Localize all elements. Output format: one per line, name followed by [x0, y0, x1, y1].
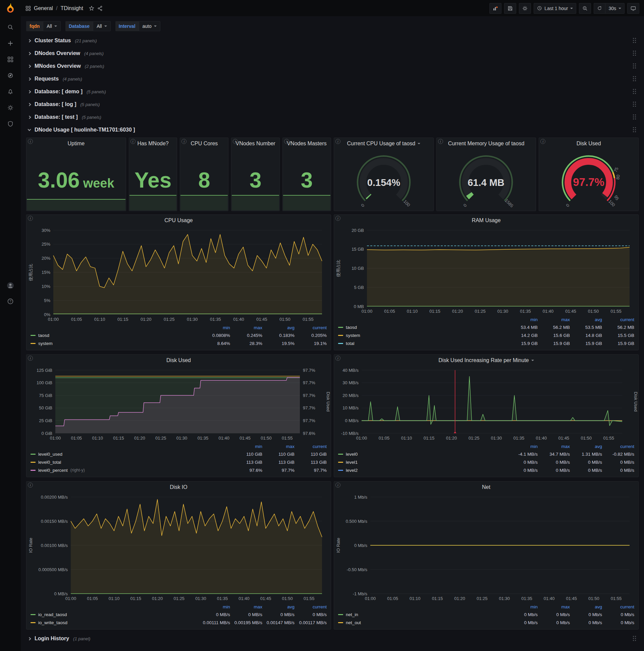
variable-value-dropdown[interactable]: All: [93, 21, 111, 31]
dashboard-row-3[interactable]: MNodes Overview(2 panels): [26, 61, 639, 71]
series-name[interactable]: net_in: [346, 612, 358, 617]
legend-column-current[interactable]: current: [294, 444, 327, 449]
info-icon[interactable]: i: [28, 483, 33, 488]
series-name[interactable]: taosd: [38, 333, 49, 338]
drag-handle-icon[interactable]: [633, 38, 637, 44]
panel-title[interactable]: RAM Usage: [334, 215, 638, 226]
series-name[interactable]: level0: [346, 452, 358, 457]
chart-plot-area[interactable]: 40 MB/s30 MB/s20 MB/s10 MB/s0 MB/s-10 MB…: [334, 366, 638, 443]
legend-column-max[interactable]: max: [538, 444, 570, 449]
legend-column-avg[interactable]: avg: [570, 444, 602, 449]
panel-title[interactable]: CPU Cores: [180, 138, 228, 149]
info-icon[interactable]: i: [28, 216, 33, 221]
series-name[interactable]: level0_total: [38, 460, 61, 465]
row-login-history[interactable]: Login History (1 panel): [26, 633, 639, 644]
legend-column-max[interactable]: max: [538, 317, 570, 322]
row-dnode-usage[interactable]: DNode Usage [ huolinhe-TM1701:6030 ]: [26, 125, 639, 135]
info-icon[interactable]: i: [438, 139, 443, 144]
dashboard-settings-button[interactable]: [519, 3, 531, 14]
search-icon[interactable]: [7, 24, 13, 32]
legend-column-current[interactable]: current: [602, 317, 634, 322]
panel-title[interactable]: VNodes Masters: [283, 138, 331, 149]
info-icon[interactable]: i: [130, 139, 135, 144]
breadcrumb-section[interactable]: General: [34, 5, 53, 11]
series-name[interactable]: net_out: [346, 620, 361, 625]
series-name[interactable]: taosd: [346, 325, 357, 330]
legend-column-max[interactable]: max: [230, 604, 262, 610]
zoom-out-button[interactable]: [579, 3, 591, 14]
series-name[interactable]: level2: [346, 468, 358, 473]
dashboard-row-2[interactable]: DNodes Overview(4 panels): [26, 48, 639, 58]
share-icon[interactable]: [97, 6, 103, 11]
panel-title[interactable]: VNodes Number: [231, 138, 280, 149]
chart-plot-area[interactable]: 30%25%20%15%10%5%0%01:0001:0501:1001:150…: [27, 226, 331, 324]
legend-column-current[interactable]: current: [602, 604, 634, 610]
chart-plot-area[interactable]: 1 Mb/s0.500 Mb/s0 Mb/s-0.50 Mb/s-1 Mb/s0…: [334, 493, 638, 603]
drag-handle-icon[interactable]: [633, 127, 637, 133]
refresh-button[interactable]: [594, 3, 605, 14]
panel-title[interactable]: Current CPU Usage of taosd: [334, 138, 433, 149]
legend-column-current[interactable]: current: [602, 444, 634, 449]
panel-title[interactable]: Disk Used: [539, 138, 638, 149]
legend-column-max[interactable]: max: [538, 604, 570, 610]
legend-column-min[interactable]: min: [506, 444, 538, 449]
explore-compass-icon[interactable]: [7, 72, 13, 80]
panel-title[interactable]: Disk Used: [27, 355, 331, 366]
legend-column-avg[interactable]: avg: [262, 604, 294, 610]
legend-column-avg[interactable]: avg: [570, 317, 602, 322]
grafana-logo[interactable]: [0, 0, 21, 17]
variable-Database[interactable]: DatabaseAll: [65, 21, 111, 31]
drag-handle-icon[interactable]: [633, 76, 637, 82]
panel-title[interactable]: Disk IO: [27, 482, 331, 493]
legend-column-min[interactable]: min: [198, 325, 230, 330]
chart-plot-area[interactable]: 20 GB15 GB10 GB5 GB0 MB01:0001:0501:1001…: [334, 226, 638, 316]
save-dashboard-button[interactable]: [504, 3, 516, 14]
variable-Interval[interactable]: Intervalauto: [116, 21, 160, 31]
dashboard-row-7[interactable]: Database: [ test ](5 panels): [26, 112, 639, 122]
series-name[interactable]: system: [346, 333, 360, 338]
alerting-bell-icon[interactable]: [7, 89, 13, 96]
info-icon[interactable]: i: [335, 356, 341, 361]
legend-column-min[interactable]: min: [506, 604, 538, 610]
series-name[interactable]: level0_percent: [38, 468, 68, 473]
tv-mode-button[interactable]: [627, 3, 639, 14]
drag-handle-icon[interactable]: [633, 114, 637, 121]
panel-title[interactable]: Current Memory Usage of taosd: [437, 138, 536, 149]
legend-column-min[interactable]: min: [506, 317, 538, 322]
legend-column-avg[interactable]: avg: [570, 604, 602, 610]
series-name[interactable]: level1: [346, 460, 358, 465]
legend-column-min[interactable]: min: [198, 604, 230, 610]
panel-title[interactable]: Has MNode?: [129, 138, 177, 149]
chart-plot-area[interactable]: 0.00200 MB/s0.00150 MB/s0.00100 MB/s0.00…: [27, 493, 331, 603]
panel-title[interactable]: CPU Usage: [27, 215, 331, 226]
variable-value-dropdown[interactable]: auto: [139, 21, 160, 31]
series-name[interactable]: level0_used: [38, 452, 62, 457]
legend-column-current[interactable]: current: [294, 604, 327, 610]
chart-plot-area[interactable]: 125 GiB97.7%100 GiB97.7%75 GiB97.7%50 Gi…: [27, 366, 331, 443]
drag-handle-icon[interactable]: [633, 636, 637, 642]
create-plus-icon[interactable]: [7, 40, 13, 48]
panel-title[interactable]: Uptime: [27, 138, 126, 149]
series-name[interactable]: io_write_taosd: [38, 620, 67, 625]
dashboard-row-4[interactable]: Requests(4 panels): [26, 74, 639, 84]
add-panel-button[interactable]: [489, 3, 502, 14]
panel-title[interactable]: Net: [334, 482, 638, 493]
legend-column-max[interactable]: max: [262, 444, 294, 449]
series-name[interactable]: system: [38, 341, 53, 346]
server-admin-shield-icon[interactable]: [7, 121, 13, 128]
configuration-gear-icon[interactable]: [7, 105, 13, 112]
series-name[interactable]: io_read_taosd: [38, 612, 67, 617]
legend-column-avg[interactable]: avg: [262, 325, 294, 330]
drag-handle-icon[interactable]: [633, 63, 637, 69]
info-icon[interactable]: i: [28, 139, 33, 144]
info-icon[interactable]: i: [28, 356, 33, 361]
dashboard-row-6[interactable]: Database: [ log ](5 panels): [26, 99, 639, 110]
star-icon[interactable]: [89, 6, 94, 11]
info-icon[interactable]: i: [335, 216, 341, 221]
drag-handle-icon[interactable]: [633, 50, 637, 57]
time-range-picker[interactable]: Last 1 hour: [534, 3, 576, 14]
drag-handle-icon[interactable]: [633, 101, 637, 108]
refresh-interval-picker[interactable]: 30s: [605, 3, 624, 14]
legend-column-min[interactable]: min: [230, 444, 262, 449]
drag-handle-icon[interactable]: [633, 89, 637, 95]
